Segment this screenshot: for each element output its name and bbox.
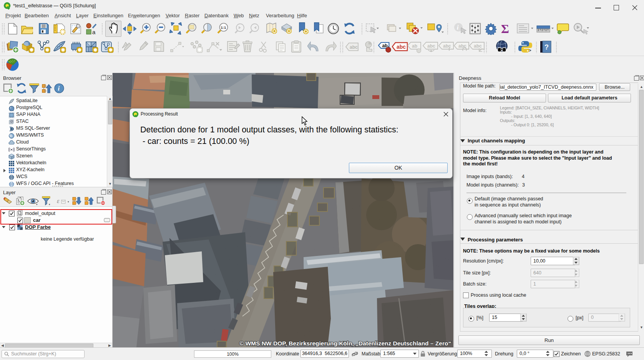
- svg-text:abc: abc: [443, 43, 451, 49]
- svg-text:i: i: [457, 24, 459, 31]
- svg-text:abc: abc: [474, 43, 482, 49]
- svg-text:abc: abc: [350, 45, 358, 50]
- svg-text:Σ: Σ: [501, 22, 509, 35]
- svg-text:i: i: [58, 85, 60, 92]
- svg-text:?: ?: [544, 43, 549, 51]
- svg-text:abc: abc: [397, 44, 406, 50]
- svg-text:>: >: [529, 48, 531, 53]
- svg-text:1:1: 1:1: [221, 25, 226, 30]
- svg-text:© WMS NW DOP, Bezirksregierung: © WMS NW DOP, Bezirksregierung Köln, „Da…: [239, 340, 451, 347]
- svg-text:ε: ε: [57, 197, 60, 205]
- svg-text:abc: abc: [427, 43, 435, 49]
- svg-text:ab: ab: [412, 43, 417, 49]
- svg-text:a: a: [92, 29, 96, 35]
